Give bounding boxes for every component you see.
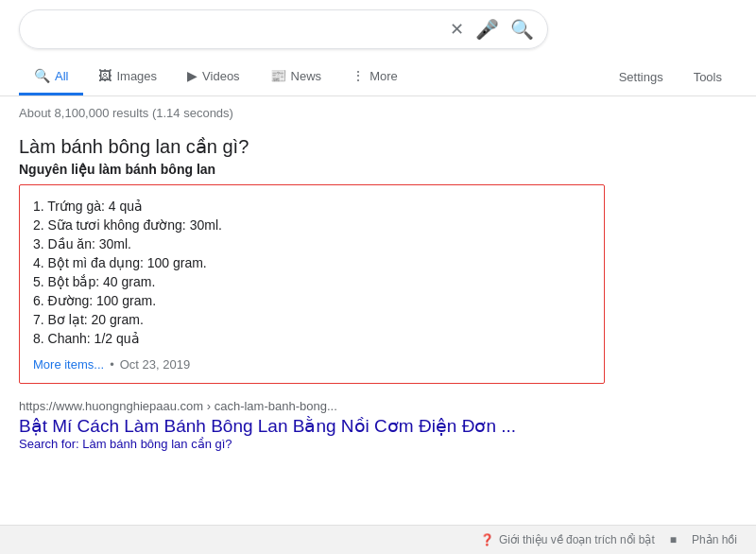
result-url: https://www.huongnghiepaau.com › cach-la… (19, 399, 605, 413)
tab-images[interactable]: 🖼 Images (83, 59, 172, 95)
tab-images-label: Images (116, 69, 157, 83)
tab-settings[interactable]: Settings (604, 61, 679, 94)
result-item: https://www.huongnghiepaau.com › cach-la… (19, 399, 605, 451)
snippet-text: Search for: (19, 437, 82, 451)
footer-left-text: Giới thiệu về đoạn trích nổi bật (499, 533, 655, 546)
tab-more[interactable]: ⋮ More (336, 59, 413, 95)
list-item: 3. Dầu ăn: 30ml. (33, 234, 591, 253)
results-area: About 8,100,000 results (1.14 seconds) L… (0, 96, 624, 470)
images-icon: 🖼 (98, 68, 112, 83)
nav-right: Settings Tools (604, 61, 737, 94)
snippet-question: Làm bánh bông lan cần gì? (19, 135, 605, 158)
footer-bar: ❓ Giới thiệu về đoạn trích nổi bật ■ Phả… (0, 525, 756, 554)
tab-tools-label: Tools (694, 70, 722, 84)
result-title-link[interactable]: Bật Mí Cách Làm Bánh Bông Lan Bằng Nồi C… (19, 415, 605, 437)
tab-news-label: News (291, 69, 322, 83)
list-item: 6. Đường: 100 gram. (33, 291, 591, 310)
clear-button[interactable]: ✕ (450, 19, 464, 40)
tab-tools[interactable]: Tools (679, 61, 737, 94)
nav-tabs: 🔍 All 🖼 Images ▶ Videos 📰 News ⋮ More Se… (19, 59, 737, 95)
tab-videos-label: Videos (202, 69, 240, 83)
divider-dot: • (110, 357, 114, 372)
snippet-link[interactable]: Làm bánh bông lan cần gì? (82, 437, 232, 451)
search-box: công thức làm bánh bông lan ✕ 🎤 🔍 (19, 9, 548, 49)
voice-search-button[interactable]: 🎤 (475, 18, 499, 41)
footer-separator: ■ (670, 533, 677, 546)
results-count: About 8,100,000 results (1.14 seconds) (19, 106, 605, 120)
info-icon: ❓ (480, 533, 494, 546)
snippet-footer: More items... • Oct 23, 2019 (33, 357, 591, 372)
list-item: 1. Trứng gà: 4 quả (33, 197, 591, 216)
news-icon: 📰 (270, 68, 286, 83)
list-item: 2. Sữa tươi không đường: 30ml. (33, 216, 591, 234)
tab-all-label: All (55, 69, 68, 83)
more-icon: ⋮ (352, 68, 365, 83)
search-input[interactable]: công thức làm bánh bông lan (33, 21, 442, 38)
feedback-text: Phản hồi (692, 533, 737, 546)
feedback-item[interactable]: Phản hồi (692, 533, 737, 546)
list-item: 4. Bột mì đa dụng: 100 gram. (33, 253, 591, 272)
featured-snippet-info[interactable]: ❓ Giới thiệu về đoạn trích nổi bật (480, 533, 655, 546)
more-items-link[interactable]: More items... (33, 357, 104, 372)
search-icons: ✕ 🎤 🔍 (450, 18, 534, 41)
search-bar-row: công thức làm bánh bông lan ✕ 🎤 🔍 (19, 9, 737, 49)
header: công thức làm bánh bông lan ✕ 🎤 🔍 🔍 All … (0, 0, 756, 96)
snippet-box: 1. Trứng gà: 4 quả 2. Sữa tươi không đườ… (19, 184, 605, 384)
snippet-subtitle: Nguyên liệu làm bánh bông lan (19, 162, 605, 177)
list-item: 8. Chanh: 1/2 quả (33, 329, 591, 348)
tab-all[interactable]: 🔍 All (19, 59, 83, 95)
tab-videos[interactable]: ▶ Videos (172, 59, 255, 95)
videos-icon: ▶ (187, 68, 198, 83)
snippet-list: 1. Trứng gà: 4 quả 2. Sữa tươi không đườ… (33, 197, 591, 348)
snippet-date: Oct 23, 2019 (120, 357, 190, 372)
list-item: 5. Bột bắp: 40 gram. (33, 272, 591, 291)
tab-settings-label: Settings (619, 70, 663, 84)
all-icon: 🔍 (34, 68, 50, 83)
tab-news[interactable]: 📰 News (255, 59, 337, 95)
search-button[interactable]: 🔍 (510, 18, 534, 41)
featured-snippet: Làm bánh bông lan cần gì? Nguyên liệu là… (19, 135, 605, 384)
tab-more-label: More (369, 69, 398, 83)
result-snippet: Search for: Làm bánh bông lan cần gì? (19, 437, 605, 451)
list-item: 7. Bơ lạt: 20 gram. (33, 310, 591, 329)
